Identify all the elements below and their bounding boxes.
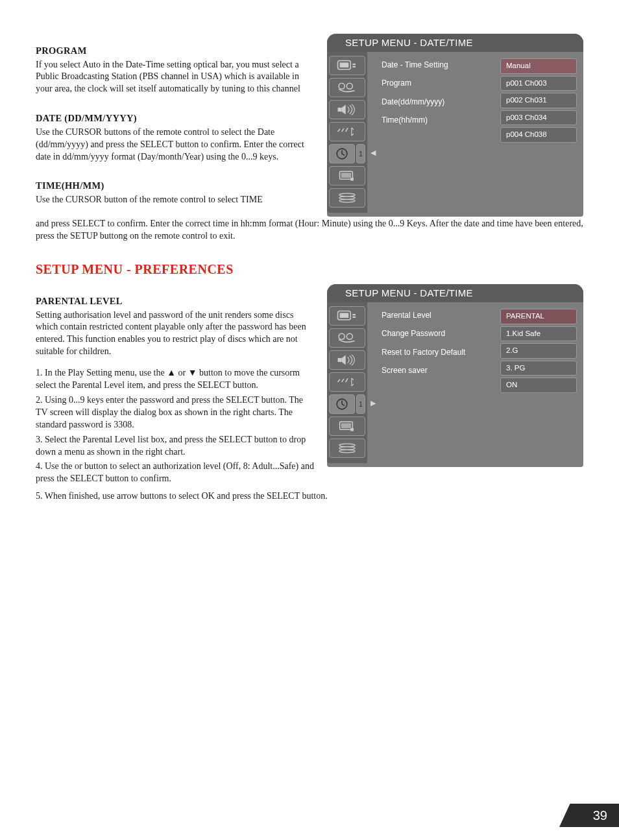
menu-item[interactable]: Reset to Factory Default [382, 347, 490, 357]
svg-point-29 [339, 450, 355, 453]
parental-heading: PARENTAL LEVEL [36, 295, 314, 308]
parental-step-4: 4. Use the or button to select an author… [36, 461, 314, 485]
svg-rect-25 [341, 424, 351, 429]
sidebar-waves-icon[interactable] [329, 122, 365, 141]
svg-rect-26 [350, 428, 354, 431]
option-item[interactable]: 3. PG [500, 361, 577, 376]
svg-rect-17 [352, 314, 356, 315]
svg-rect-2 [352, 64, 356, 65]
parental-step-5: 5. When finished, use arrow buttons to s… [36, 490, 583, 503]
sidebar-reel-icon[interactable] [329, 328, 365, 348]
option-item[interactable]: 1.Kid Safe [500, 326, 577, 342]
svg-point-28 [339, 447, 355, 450]
svg-point-14 [339, 200, 355, 203]
menu-item[interactable]: Date - Time Setting [382, 60, 490, 70]
sidebar-waves-icon[interactable] [329, 372, 365, 392]
svg-point-5 [346, 83, 352, 89]
sidebar-clock-icon[interactable] [329, 394, 355, 414]
svg-rect-10 [341, 173, 351, 178]
option-header: PARENTAL [500, 309, 577, 324]
option-item[interactable]: 2.G [500, 343, 577, 359]
option-item[interactable]: p001 Ch003 [500, 76, 577, 91]
svg-point-27 [339, 444, 355, 447]
time-body-1: Use the CURSOR button of the remote cont… [36, 194, 314, 206]
option-item[interactable]: p002 Ch031 [500, 93, 577, 108]
sidebar-clock-index: 1 [356, 394, 365, 414]
svg-rect-18 [352, 317, 356, 318]
date-heading: DATE (DD/MM/YYYY) [36, 112, 314, 125]
panel-option-list: Manual p001 Ch003 p002 Ch031 p003 Ch034 … [500, 58, 577, 143]
sidebar-monitor-icon[interactable] [329, 166, 365, 186]
sidebar-tv-icon[interactable] [329, 56, 365, 75]
sidebar-lines-icon[interactable] [329, 188, 365, 208]
option-item[interactable]: p004 Ch038 [500, 127, 577, 143]
parental-step-1: 1. In the Play Setting menu, use the ▲ o… [36, 367, 314, 392]
menu-item[interactable]: Program [382, 78, 490, 88]
menu-item[interactable]: Parental Level [382, 310, 490, 320]
arrow-right-icon: ▶ [370, 398, 376, 408]
svg-rect-16 [340, 313, 349, 318]
panel-sidebar: 1 [327, 52, 367, 213]
sidebar-clock-row[interactable]: 1 [329, 394, 365, 414]
menu-item[interactable]: Time(hh/mm) [382, 115, 490, 125]
date-body: Use the CURSOR buttons of the remote con… [36, 126, 314, 163]
menu-item[interactable]: Date(dd/mm/yyyy) [382, 97, 490, 107]
panel-title: SETUP MENU - DATE/TIME [327, 284, 583, 302]
svg-rect-21 [338, 358, 342, 362]
sidebar-clock-icon[interactable] [329, 144, 355, 163]
parental-body: Setting authorisation level and password… [36, 309, 314, 359]
option-item[interactable]: Manual [500, 58, 577, 74]
arrow-left-icon: ◀ [370, 148, 376, 158]
sidebar-clock-row[interactable]: 1 [329, 144, 365, 163]
svg-point-13 [339, 197, 355, 200]
svg-rect-11 [350, 178, 354, 181]
sidebar-tv-icon[interactable] [329, 306, 365, 326]
svg-point-12 [339, 193, 355, 197]
sidebar-lines-icon[interactable] [329, 438, 365, 458]
time-body-2: and press SELECT to confirm. Enter the c… [36, 218, 583, 243]
panel-option-list: PARENTAL 1.Kid Safe 2.G 3. PG ON [500, 309, 577, 393]
time-heading: TIME(HH/MM) [36, 180, 314, 193]
svg-rect-6 [338, 108, 342, 112]
panel-menu-list: Parental Level Change Password Reset to … [382, 309, 490, 393]
svg-rect-1 [340, 63, 349, 68]
sidebar-monitor-icon[interactable] [329, 416, 365, 436]
parental-step-3: 3. Select the Parental Level list box, a… [36, 434, 314, 459]
setup-menu-panel-datetime: SETUP MENU - DATE/TIME [327, 34, 583, 217]
option-item[interactable]: p003 Ch034 [500, 110, 577, 126]
svg-point-19 [339, 333, 345, 339]
page-number: 39 [593, 807, 607, 824]
menu-item[interactable]: Change Password [382, 328, 490, 339]
panel-sidebar: 1 [327, 302, 367, 463]
program-heading: PROGRAM [36, 45, 314, 58]
panel-title: SETUP MENU - DATE/TIME [327, 34, 583, 52]
sidebar-clock-index: 1 [356, 144, 365, 163]
svg-rect-3 [352, 66, 356, 67]
svg-marker-22 [342, 355, 346, 365]
page-number-flag: 39 [559, 804, 619, 827]
program-body: If you select Auto in the Date-Time sett… [36, 59, 314, 96]
preferences-heading: SETUP MENU - PREFERENCES [36, 261, 583, 278]
sidebar-speaker-icon[interactable] [329, 350, 365, 370]
menu-item[interactable]: Screen saver [382, 365, 490, 376]
panel-menu-list: Date - Time Setting Program Date(dd/mm/y… [382, 58, 490, 143]
sidebar-reel-icon[interactable] [329, 78, 365, 97]
setup-menu-panel-preferences: SETUP MENU - DATE/TIME [327, 284, 583, 467]
sidebar-speaker-icon[interactable] [329, 100, 365, 119]
svg-point-20 [346, 333, 352, 339]
parental-step-2: 2. Using 0...9 keys enter the password a… [36, 394, 314, 431]
svg-point-4 [339, 83, 345, 89]
svg-marker-7 [342, 105, 346, 115]
option-item[interactable]: ON [500, 378, 577, 393]
